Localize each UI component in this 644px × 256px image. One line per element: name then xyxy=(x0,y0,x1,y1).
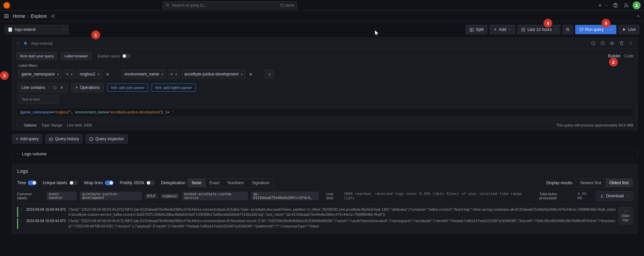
log-body: {"body":"[2023-09-04 08:03:44,972] INFO … xyxy=(69,207,616,217)
line-contains-dropdown[interactable]: Line contains ✕ xyxy=(18,83,68,92)
older-logs-button[interactable]: Older logs xyxy=(618,207,633,224)
grafana-logo[interactable] xyxy=(3,2,10,9)
logs-title: Logs xyxy=(17,168,633,174)
svg-point-28 xyxy=(593,44,594,44)
prettify-toggle[interactable] xyxy=(146,181,155,185)
newest-first-button[interactable]: Newest first xyxy=(576,179,605,187)
query-drag-icon[interactable] xyxy=(628,41,634,46)
help-icon[interactable] xyxy=(611,1,620,10)
annotation-marker-1: 1 xyxy=(91,31,100,39)
collapse-panel-icon[interactable] xyxy=(636,14,641,18)
wrap-lines-toggle[interactable] xyxy=(105,181,114,185)
dedup-numbers[interactable]: Numbers xyxy=(224,179,248,187)
query-type: Type: Range xyxy=(41,123,62,127)
svg-point-14 xyxy=(53,17,54,17)
expand-log-icon[interactable]: › xyxy=(21,207,24,217)
user-avatar[interactable] xyxy=(633,1,641,9)
line-contains-remove[interactable]: ✕ xyxy=(59,85,65,90)
add-menu-icon[interactable] xyxy=(596,1,604,10)
svg-point-34 xyxy=(630,44,631,45)
filter-val-0[interactable]: nngbox2▾ xyxy=(77,69,102,79)
bytes-val: 4.90 MB xyxy=(577,192,593,200)
common-label-chip[interactable]: extend-accelbyte-custom-service xyxy=(182,192,248,200)
filter-op-0[interactable]: =▾ xyxy=(64,69,75,79)
news-icon[interactable] xyxy=(622,1,631,10)
log-timestamp: 2023-09-04 15:03:44.972 xyxy=(26,218,66,228)
query-stats-icon[interactable] xyxy=(590,41,597,46)
common-label-chip[interactable]: ab-8131bbaa675e46e9a296fcc474c4… xyxy=(251,192,319,200)
common-label-chip[interactable]: event-handler xyxy=(47,192,77,200)
logs-volume-section[interactable]: Logs volume xyxy=(12,148,638,159)
zoom-out-button[interactable] xyxy=(563,25,573,34)
filter-remove-1[interactable]: ✕ xyxy=(248,72,254,77)
log-row[interactable]: › 2023-09-04 15:03:44.972 {"body":"[2023… xyxy=(17,206,616,218)
search-icon xyxy=(166,3,170,7)
breadcrumb-home[interactable]: Home xyxy=(13,13,25,19)
filter-op-1[interactable]: =▾ xyxy=(168,69,179,79)
common-label-chip[interactable]: OTLP xyxy=(145,194,157,199)
label-browser-button[interactable]: Label browser xyxy=(61,52,91,60)
explain-query-label: Explain query xyxy=(97,54,120,58)
time-toggle[interactable] xyxy=(28,181,37,185)
hint-json-button[interactable]: hint: add json parser xyxy=(107,84,148,92)
add-menu-chevron[interactable] xyxy=(604,1,609,10)
common-label-chip[interactable]: nngbox2 xyxy=(161,194,179,199)
svg-point-32 xyxy=(630,43,631,44)
query-delete-icon[interactable] xyxy=(618,41,625,46)
options-label[interactable]: Options xyxy=(24,123,37,127)
label-filters-title: Label filters xyxy=(18,63,634,67)
filter-val-1[interactable]: accelbyte-justice-development▾ xyxy=(181,69,246,79)
share-icon[interactable] xyxy=(50,14,55,18)
dedup-signature[interactable]: Signature xyxy=(248,179,273,187)
breadcrumb-explore[interactable]: Explore xyxy=(31,13,47,19)
run-query-button[interactable]: Run query xyxy=(575,25,616,34)
unique-labels-toggle[interactable] xyxy=(69,181,78,185)
datasource-picker[interactable]: 🗒️ logs-extend xyxy=(5,25,69,34)
svg-rect-2 xyxy=(281,4,283,6)
code-tab[interactable]: Code xyxy=(624,54,634,58)
log-level-bar xyxy=(17,207,18,217)
options-chevron-icon[interactable] xyxy=(16,123,19,127)
download-button[interactable]: Download xyxy=(596,191,633,201)
prettify-label: Prettify JSON xyxy=(120,181,144,185)
log-level-bar xyxy=(17,218,18,228)
oldest-first-button[interactable]: Oldest first xyxy=(605,179,633,187)
query-history-button[interactable]: Query history xyxy=(45,134,83,144)
add-query-button[interactable]: +Add query xyxy=(12,134,42,144)
time-range-picker[interactable]: Last 12 hours xyxy=(517,25,561,34)
common-label-chip[interactable]: accelbyte-justice-development xyxy=(80,192,142,200)
svg-line-23 xyxy=(568,30,569,31)
query-history-icon[interactable] xyxy=(599,41,606,46)
add-button[interactable]: Add xyxy=(489,25,515,34)
line-limit: Line limit: 1000 xyxy=(67,123,92,127)
filter-remove-0[interactable]: ✕ xyxy=(104,72,111,77)
split-button[interactable]: Split xyxy=(466,25,487,34)
annotation-marker-5: 5 xyxy=(602,19,610,28)
menu-toggle-icon[interactable] xyxy=(3,13,9,19)
svg-point-30 xyxy=(630,42,631,42)
search-jump-input[interactable]: Search or jump to... ctrl+k xyxy=(163,1,297,9)
text-to-find-input[interactable]: Text to find xyxy=(18,95,59,104)
bytes-label: Total bytes processed: xyxy=(539,192,575,200)
filter-key-1[interactable]: environment_name▾ xyxy=(122,69,166,79)
query-inspector-button[interactable]: Query inspector xyxy=(85,134,128,144)
query-disable-icon[interactable] xyxy=(609,41,615,46)
line-limit-label: Line limit: xyxy=(326,192,342,200)
dedup-exact[interactable]: Exact xyxy=(206,179,224,187)
kick-start-button[interactable]: Kick start your query xyxy=(16,52,57,60)
log-row[interactable]: › 2023-09-04 15:03:44.972 {"body":"[2023… xyxy=(17,218,616,229)
svg-point-29 xyxy=(611,43,613,44)
query-ref-letter[interactable]: A xyxy=(24,41,27,46)
hint-logfmt-button[interactable]: hint: add logfmt parser xyxy=(152,84,196,92)
expand-log-icon[interactable]: › xyxy=(21,218,24,228)
live-button[interactable]: Live xyxy=(618,25,639,34)
svg-point-8 xyxy=(636,4,638,5)
dedup-none[interactable]: None xyxy=(188,179,206,187)
add-filter-button[interactable]: + xyxy=(265,69,274,79)
log-timestamp: 2023-09-04 15:03:44.972 xyxy=(26,207,66,217)
operations-button[interactable]: +Operations xyxy=(71,83,104,92)
collapse-query-icon[interactable] xyxy=(16,41,20,45)
breadcrumb: Home › Explore xyxy=(13,13,55,19)
explain-toggle[interactable] xyxy=(122,54,131,58)
filter-key-0[interactable]: game_namespace▾ xyxy=(18,69,62,79)
